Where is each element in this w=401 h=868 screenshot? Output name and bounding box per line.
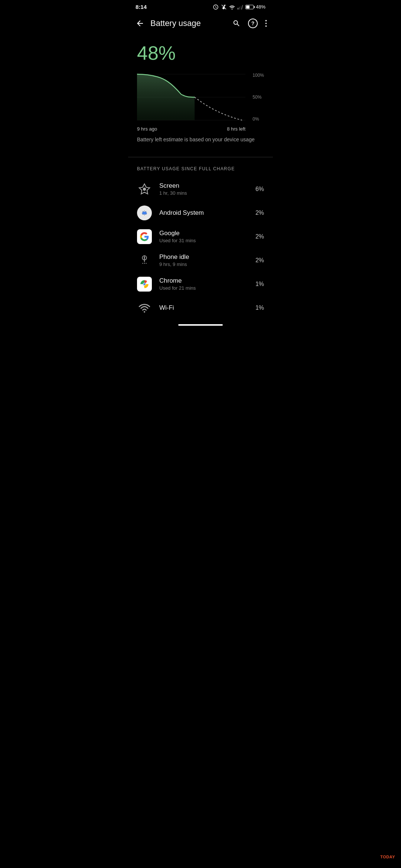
chart-x-labels: 9 hrs ago 8 hrs left <box>137 126 264 132</box>
svg-rect-4 <box>241 6 242 9</box>
svg-point-8 <box>265 23 267 24</box>
android-system-icon <box>137 206 152 220</box>
status-icons: 48% <box>213 4 265 10</box>
battery-current-percent: 48% <box>137 43 264 64</box>
battery-estimate-note: Battery left estimate is based on your d… <box>137 136 264 144</box>
svg-point-27 <box>146 263 146 264</box>
chart-label-end: 8 hrs left <box>227 126 245 132</box>
wifi-name: Wi-Fi <box>159 304 248 312</box>
svg-point-1 <box>232 9 233 10</box>
status-bar: 8:14 48% <box>128 0 273 13</box>
svg-rect-3 <box>239 7 240 9</box>
svg-point-23 <box>144 257 145 258</box>
google-name: Google <box>159 230 248 237</box>
android-system-name: Android System <box>159 209 248 217</box>
section-divider <box>128 157 273 157</box>
search-button[interactable] <box>232 19 241 27</box>
chart-y-labels: 100% 50% 0% <box>252 71 264 123</box>
usage-item-google[interactable]: GoogleUsed for 31 mins2% <box>128 225 273 249</box>
battery-section: 48% 100% 50% 0% <box>128 35 273 157</box>
phone-idle-percent: 2% <box>255 257 264 264</box>
wifi-status-icon <box>229 4 235 10</box>
screen-name: Screen <box>159 182 248 190</box>
more-options-button[interactable] <box>265 19 267 27</box>
screen-percent: 6% <box>255 186 264 193</box>
svg-point-7 <box>265 20 267 22</box>
chart-fill-area <box>137 74 195 120</box>
usage-item-android-system[interactable]: Android System2% <box>128 201 273 225</box>
usage-item-wifi[interactable]: Wi-Fi1% <box>128 296 273 320</box>
phone-idle-subtitle: 9 hrs, 9 mins <box>159 262 248 267</box>
home-indicator <box>128 320 273 328</box>
chrome-name: Chrome <box>159 277 248 285</box>
battery-chart: 100% 50% 0% <box>137 71 264 123</box>
home-bar <box>178 324 223 326</box>
chart-label-0: 0% <box>252 116 264 122</box>
chart-label-start: 9 hrs ago <box>137 126 157 132</box>
usage-item-chrome[interactable]: ChromeUsed for 21 mins1% <box>128 272 273 296</box>
svg-point-25 <box>142 263 143 264</box>
alarm-icon <box>213 4 219 10</box>
top-navigation: Battery usage ? <box>128 13 273 35</box>
svg-point-26 <box>144 263 145 264</box>
no-signal-icon <box>237 4 243 10</box>
help-button[interactable]: ? <box>248 19 258 28</box>
screen-subtitle: 1 hr, 30 mins <box>159 190 248 196</box>
chrome-subtitle: Used for 21 mins <box>159 285 248 291</box>
chart-label-50: 50% <box>252 95 264 100</box>
status-time: 8:14 <box>136 4 147 10</box>
battery-percent-status: 48% <box>256 4 265 10</box>
chrome-percent: 1% <box>255 281 264 287</box>
battery-status-icon <box>245 5 254 9</box>
usage-list: Screen1 hr, 30 mins6% Android System2% G… <box>128 177 273 320</box>
chart-label-100: 100% <box>252 73 264 78</box>
svg-rect-2 <box>238 8 239 10</box>
usage-item-phone-idle[interactable]: Phone idle9 hrs, 9 mins2% <box>128 249 273 272</box>
back-button[interactable] <box>134 17 146 29</box>
page-title: Battery usage <box>150 19 228 28</box>
chart-dotted-line <box>195 97 242 120</box>
usage-item-screen[interactable]: Screen1 hr, 30 mins6% <box>128 177 273 201</box>
screen-icon <box>137 182 152 197</box>
svg-point-14 <box>143 188 146 191</box>
usage-section-title: BATTERY USAGE SINCE FULL CHARGE <box>128 163 273 177</box>
battery-chart-svg <box>137 71 245 123</box>
svg-point-31 <box>143 283 145 285</box>
google-percent: 2% <box>255 233 264 240</box>
wifi-icon <box>137 300 152 315</box>
google-icon <box>137 229 152 244</box>
android-system-percent: 2% <box>255 210 264 216</box>
chrome-icon <box>137 277 152 292</box>
mute-icon <box>221 4 227 10</box>
svg-point-9 <box>265 26 267 27</box>
wifi-percent: 1% <box>255 305 264 311</box>
svg-point-32 <box>144 311 145 312</box>
phone-idle-icon <box>137 253 152 268</box>
phone-idle-name: Phone idle <box>159 253 248 261</box>
google-subtitle: Used for 31 mins <box>159 238 248 243</box>
nav-action-icons: ? <box>232 19 267 28</box>
